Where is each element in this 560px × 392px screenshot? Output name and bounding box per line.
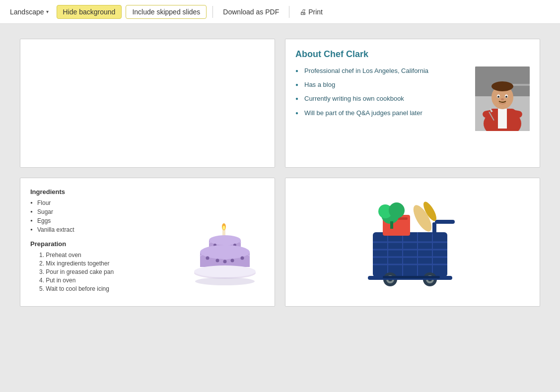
ingredient-4: Vanilla extract xyxy=(30,226,175,233)
preparation-title: Preparation xyxy=(30,240,175,248)
ingredient-2: Sugar xyxy=(30,208,175,215)
slide2-text: Professional chef in Los Angeles, Califo… xyxy=(295,66,467,131)
slide2-bullet-3: Currently writing his own cookbook xyxy=(295,94,467,103)
step-1: 1. Preheat oven xyxy=(30,252,175,259)
slide-4 xyxy=(285,178,540,307)
preparation-list: 1. Preheat oven 2. Mix ingredients toget… xyxy=(30,252,175,292)
toolbar-divider-2 xyxy=(289,6,289,18)
slide2-bullet-4: Will be part of the Q&A judges panel lat… xyxy=(295,109,467,118)
svg-point-11 xyxy=(491,81,513,91)
slide3-recipe: Ingredients Flour Sugar Eggs Vanilla ext… xyxy=(30,188,265,294)
slides-grid: About Chef Clark Professional chef in Lo… xyxy=(20,39,540,307)
toolbar: Landscape ▾ Hide background Include skip… xyxy=(0,0,560,24)
slide2-bullet-2: Has a blog xyxy=(295,80,467,89)
slide2-title: About Chef Clark xyxy=(295,49,530,60)
chevron-down-icon: ▾ xyxy=(46,9,49,14)
svg-rect-46 xyxy=(435,220,455,224)
svg-point-22 xyxy=(209,235,241,245)
svg-rect-5 xyxy=(498,109,507,129)
slide-3: Ingredients Flour Sugar Eggs Vanilla ext… xyxy=(20,178,275,307)
ingredients-list: Flour Sugar Eggs Vanilla extract xyxy=(30,199,175,233)
svg-rect-63 xyxy=(383,276,440,278)
ingredients-title: Ingredients xyxy=(30,188,175,196)
toolbar-divider xyxy=(212,6,213,18)
slide2-inner: Professional chef in Los Angeles, Califo… xyxy=(295,66,530,131)
svg-point-14 xyxy=(497,96,499,98)
slide2-bullets: Professional chef in Los Angeles, Califo… xyxy=(295,66,467,118)
main-content: About Chef Clark Professional chef in Lo… xyxy=(0,24,560,392)
recipe-text: Ingredients Flour Sugar Eggs Vanilla ext… xyxy=(30,188,175,294)
landscape-label: Landscape xyxy=(10,8,44,16)
slide2-bullet-1: Professional chef in Los Angeles, Califo… xyxy=(295,66,467,75)
ingredient-3: Eggs xyxy=(30,217,175,224)
step-4: 4. Put in oven xyxy=(30,277,175,284)
svg-rect-55 xyxy=(390,221,393,229)
svg-point-36 xyxy=(195,277,255,285)
printer-icon: 🖨 xyxy=(299,8,306,16)
step-2: 2. Mix ingredients together xyxy=(30,260,175,267)
download-pdf-button[interactable]: Download as PDF xyxy=(219,6,283,18)
cake-image xyxy=(185,188,265,294)
svg-point-32 xyxy=(231,259,234,262)
include-skipped-button[interactable]: Include skipped slides xyxy=(126,5,207,19)
print-label: Print xyxy=(308,8,323,16)
slide-2: About Chef Clark Professional chef in Lo… xyxy=(285,39,540,168)
svg-point-15 xyxy=(505,96,507,98)
svg-point-35 xyxy=(194,265,256,277)
svg-point-33 xyxy=(241,257,244,260)
step-3: 3. Pour in greased cake pan xyxy=(30,268,175,275)
chef-photo xyxy=(475,66,530,131)
slide-1 xyxy=(20,39,275,168)
landscape-dropdown[interactable]: Landscape ▾ xyxy=(6,6,53,18)
svg-rect-37 xyxy=(373,232,447,277)
step-5: 5. Wait to cool before icing xyxy=(30,285,175,292)
print-button[interactable]: 🖨 Print xyxy=(295,6,327,18)
svg-point-31 xyxy=(223,260,227,263)
svg-point-30 xyxy=(216,259,219,262)
svg-rect-47 xyxy=(432,222,436,235)
ingredient-1: Flour xyxy=(30,199,175,206)
svg-point-54 xyxy=(389,202,405,218)
svg-point-19 xyxy=(223,226,225,230)
hide-background-button[interactable]: Hide background xyxy=(57,5,122,19)
svg-point-16 xyxy=(501,98,504,100)
svg-point-29 xyxy=(206,257,210,260)
